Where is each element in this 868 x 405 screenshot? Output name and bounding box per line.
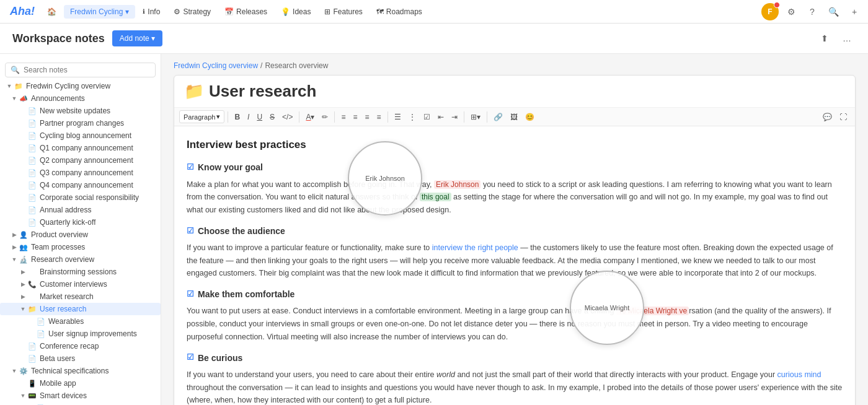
- item-icon: 📱: [27, 380, 37, 388]
- global-search-button[interactable]: 🔍: [825, 3, 842, 20]
- sidebar-item-product-overview[interactable]: ▶👤Product overview: [0, 229, 161, 241]
- check-icon-1: ☑: [187, 161, 194, 174]
- table-button[interactable]: ⊞▾: [467, 111, 484, 123]
- nav-info[interactable]: ℹ Info: [136, 5, 166, 19]
- chevron-icon: ▶: [10, 232, 19, 238]
- sidebar-item-quarterly-kickoff[interactable]: 📄Quarterly kick-off: [0, 216, 161, 229]
- editor-title-row: 📁 User research: [174, 76, 855, 108]
- editor-toolbar: Paragraph ▾ B I U S </> A ▾ ✏ ≡ ≡ ≡: [174, 108, 855, 126]
- sidebar-item-q1-company[interactable]: 📄Q1 company announcement: [0, 142, 161, 154]
- sidebar-item-brainstorming[interactable]: ▶Brainstorming sessions: [0, 266, 161, 278]
- sidebar-item-new-website[interactable]: 📄New website updates: [0, 105, 161, 117]
- paragraph-chevron: ▾: [216, 113, 220, 121]
- sidebar-item-smartwatch[interactable]: 📄Smart watch app: [0, 402, 161, 405]
- settings-button[interactable]: ⚙: [782, 3, 800, 20]
- nav-home[interactable]: 🏠: [41, 5, 63, 19]
- sidebar-item-announcements[interactable]: ▼📣Announcements: [0, 92, 161, 105]
- comment-button[interactable]: 💬: [820, 111, 835, 123]
- underline-button[interactable]: U: [254, 111, 265, 123]
- ordered-list-button[interactable]: ⋮: [405, 111, 419, 123]
- emoji-button[interactable]: 😊: [522, 111, 538, 123]
- nav-workspace[interactable]: Fredwin Cycling ▾: [64, 5, 135, 19]
- align-left-button[interactable]: ≡: [338, 111, 348, 123]
- logo[interactable]: Aha!: [5, 5, 40, 18]
- sidebar-item-customer-interviews[interactable]: ▶📞Customer interviews: [0, 278, 161, 290]
- sidebar-item-user-research[interactable]: ▼📁User research: [0, 303, 161, 315]
- sidebar-item-beta-users[interactable]: 📄Beta users: [0, 352, 161, 365]
- link-button[interactable]: 🔗: [490, 111, 506, 123]
- image-button[interactable]: 🖼: [507, 111, 521, 123]
- search-input[interactable]: [24, 66, 123, 74]
- item-icon: 📄: [27, 169, 37, 177]
- paragraph-dropdown[interactable]: Paragraph ▾: [179, 110, 224, 123]
- chevron-icon: ▼: [10, 95, 19, 102]
- sidebar-item-market-research[interactable]: ▶Market research: [0, 290, 161, 303]
- sidebar-item-annual-address[interactable]: 📄Annual address: [0, 204, 161, 216]
- nav-ideas-label: Ideas: [293, 7, 311, 16]
- sidebar-item-team-processes[interactable]: ▶👥Team processes: [0, 241, 161, 253]
- sidebar-item-partner-program[interactable]: 📄Partner program changes: [0, 117, 161, 129]
- bold-button[interactable]: B: [231, 111, 243, 123]
- item-icon: 📄: [27, 342, 37, 351]
- italic-button[interactable]: I: [244, 111, 252, 123]
- sidebar-label: Quarterly kick-off: [40, 218, 95, 227]
- section-4-para: If you want to understand your users, yo…: [187, 368, 843, 405]
- bullet-list-button[interactable]: ☰: [391, 111, 404, 123]
- section-heading-text-2: Choose the audience: [198, 224, 285, 238]
- align-center-button[interactable]: ≡: [350, 111, 360, 123]
- color-chevron: ▾: [311, 113, 314, 121]
- sidebar-item-q3-company[interactable]: 📄Q3 company announcement: [0, 167, 161, 179]
- nav-strategy[interactable]: ⚙ Strategy: [167, 5, 217, 19]
- toolbar-sep-3: [334, 111, 335, 123]
- highlight-button[interactable]: ✏: [319, 111, 331, 123]
- mention-micaela: Te Micaela Wright ve: [616, 307, 689, 315]
- share-button[interactable]: ⬆: [816, 30, 833, 47]
- interview-link[interactable]: interview the right people: [432, 243, 518, 252]
- breadcrumb-sep: /: [260, 61, 262, 70]
- sidebar-item-corporate-social[interactable]: 📄Corporate social responsibility: [0, 191, 161, 204]
- nav-releases[interactable]: 📅 Releases: [218, 5, 273, 19]
- justify-button[interactable]: ≡: [374, 111, 384, 123]
- sidebar-item-smart-devices[interactable]: ▼📟Smart devices: [0, 390, 161, 402]
- outdent-button[interactable]: ⇤: [435, 111, 447, 123]
- workspace-title: Workspace notes: [12, 32, 105, 45]
- sidebar-item-research-overview[interactable]: ▼🔬Research overview: [0, 253, 161, 266]
- sidebar-item-user-signup[interactable]: 📄User signup improvements: [0, 328, 161, 340]
- item-icon: 📄: [27, 194, 37, 202]
- nav-roadmaps[interactable]: 🗺 Roadmaps: [370, 5, 428, 19]
- sidebar-item-q2-company[interactable]: 📄Q2 company announcement: [0, 154, 161, 167]
- section-heading-text-1: Know your goal: [198, 160, 263, 174]
- nav-releases-icon: 📅: [224, 7, 234, 16]
- help-button[interactable]: ?: [804, 3, 821, 20]
- nav-ideas-icon: 💡: [281, 7, 290, 16]
- sidebar-item-cycling-blog[interactable]: 📄Cycling blog announcement: [0, 129, 161, 142]
- breadcrumb-part1[interactable]: Fredwin Cycling overview: [174, 61, 258, 70]
- checklist-button[interactable]: ☑: [420, 111, 433, 123]
- content-area: Fredwin Cycling overview / Research over…: [161, 54, 868, 405]
- sidebar-item-fredwin[interactable]: ▼📁Fredwin Cycling overview: [0, 80, 161, 92]
- sidebar-item-mobile-app[interactable]: 📱Mobile app: [0, 377, 161, 390]
- add-button[interactable]: +: [846, 3, 863, 20]
- nav-ideas[interactable]: 💡 Ideas: [275, 5, 317, 19]
- expand-button[interactable]: ⛶: [836, 111, 850, 123]
- more-button[interactable]: …: [838, 30, 856, 47]
- item-icon: 📄: [27, 219, 37, 227]
- indent-button[interactable]: ⇥: [448, 111, 461, 123]
- item-icon: 📄: [27, 132, 37, 140]
- search-icon: 🔍: [11, 66, 20, 74]
- sidebar-item-technical-specs[interactable]: ▼⚙️Technical specifications: [0, 365, 161, 377]
- code-button[interactable]: </>: [279, 111, 296, 123]
- sidebar-item-wearables[interactable]: 📄Wearables: [0, 315, 161, 328]
- sidebar-item-q4-company[interactable]: 📄Q4 company announcement: [0, 179, 161, 191]
- strike-button[interactable]: S: [267, 111, 278, 123]
- sidebar-label: Team processes: [31, 243, 85, 251]
- sidebar-label: Partner program changes: [40, 119, 124, 128]
- notes-search[interactable]: 🔍: [5, 63, 156, 77]
- color-button[interactable]: A ▾: [303, 111, 317, 123]
- nav-features[interactable]: ⊞ Features: [318, 5, 368, 19]
- add-note-button[interactable]: Add note ▾: [112, 30, 162, 46]
- editor-title: User research: [209, 82, 316, 101]
- sidebar-item-conference-recap[interactable]: 📄Conference recap: [0, 340, 161, 352]
- align-right-button[interactable]: ≡: [361, 111, 372, 123]
- curious-mind-link[interactable]: curious mind: [777, 370, 822, 379]
